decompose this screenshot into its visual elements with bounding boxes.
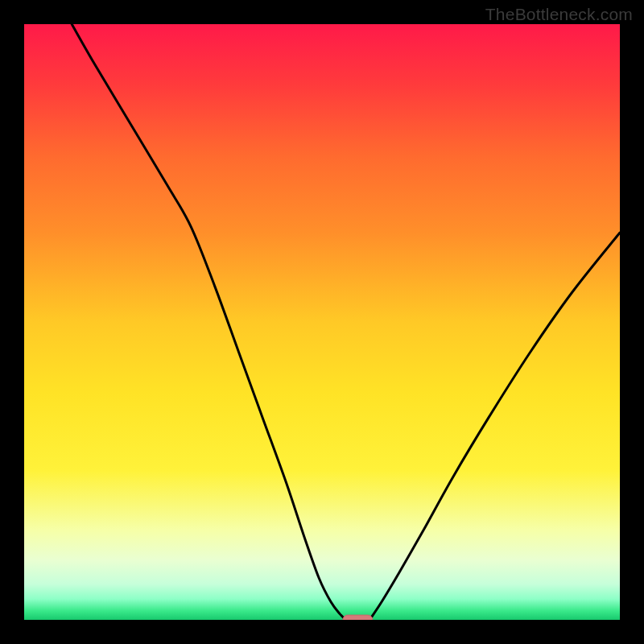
watermark-text: TheBottleneck.com [485, 5, 633, 24]
plot-area [24, 24, 620, 625]
bottleneck-chart [0, 0, 644, 644]
chart-frame: { "watermark": "TheBottleneck.com", "col… [0, 0, 644, 644]
gradient-background [24, 24, 620, 620]
